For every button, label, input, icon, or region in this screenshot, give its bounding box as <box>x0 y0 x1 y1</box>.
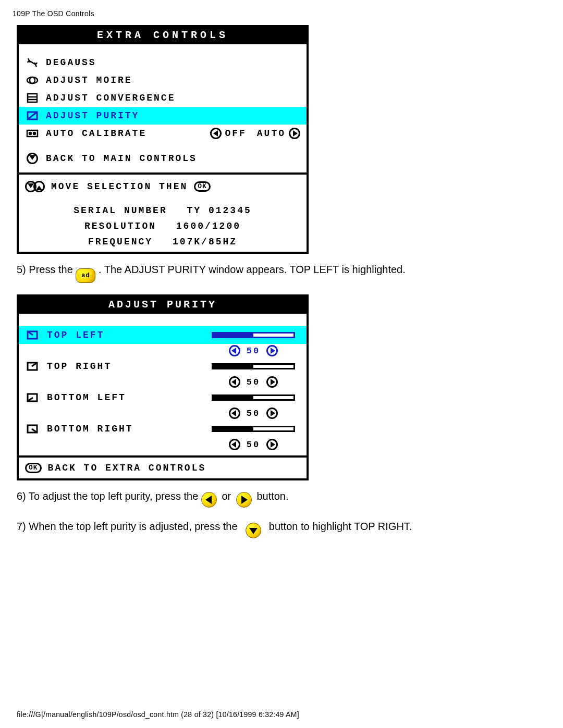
menu-item-back[interactable]: Back to Main Controls <box>19 150 307 167</box>
menu-item-label: Back to Main Controls <box>46 153 197 164</box>
adjust-purity-osd: Adjust Purity Top Left 50 <box>17 294 309 480</box>
top-left-icon <box>26 329 39 341</box>
svg-rect-2 <box>28 94 37 102</box>
purity-item-bottom-right[interactable]: Bottom Right <box>19 420 307 438</box>
purity-bottom-left-value: 50 <box>206 407 300 419</box>
autocalibrate-off-label: Off <box>225 128 246 139</box>
moire-icon <box>26 74 39 87</box>
left-arrow-icon[interactable] <box>229 439 240 450</box>
purity-top-right-value: 50 <box>206 376 300 388</box>
extra-controls-title: Extra Controls <box>19 27 307 44</box>
menu-item-label: Degauss <box>46 57 96 68</box>
page-header: 109P The OSD Controls <box>13 9 550 18</box>
svg-point-5 <box>29 132 31 134</box>
up-arrow-icon <box>33 181 45 192</box>
hint-label: Move Selection then <box>51 181 188 192</box>
back-label: Back to Extra Controls <box>48 463 206 473</box>
down-button-icon <box>246 523 261 538</box>
right-arrow-icon <box>289 128 300 139</box>
right-arrow-icon[interactable] <box>266 376 278 388</box>
purity-item-label: Top Left <box>47 330 199 340</box>
menu-item-moire[interactable]: Adjust Moire <box>19 71 307 89</box>
ok-button-icon: ad <box>76 268 95 283</box>
adjust-purity-title: Adjust Purity <box>19 297 307 314</box>
move-selection-hint: Move Selection then OK <box>19 178 307 195</box>
left-arrow-icon[interactable] <box>229 345 240 356</box>
right-arrow-icon[interactable] <box>266 345 278 356</box>
svg-point-6 <box>33 132 35 134</box>
degauss-icon <box>26 56 39 69</box>
menu-item-purity[interactable]: Adjust Purity <box>19 107 307 125</box>
purity-item-label: Top Right <box>47 361 199 372</box>
menu-item-label: Adjust Convergence <box>46 93 175 103</box>
right-arrow-icon[interactable] <box>266 439 278 450</box>
bottom-left-icon <box>26 391 39 404</box>
info-resolution: Resolution 1600/1200 <box>19 218 307 234</box>
right-button-icon <box>236 492 252 508</box>
right-arrow-icon[interactable] <box>266 408 278 419</box>
menu-item-label: Adjust Purity <box>46 110 139 121</box>
menu-item-convergence[interactable]: Adjust Convergence <box>19 89 307 107</box>
menu-item-label: Auto Calibrate <box>46 128 146 139</box>
purity-item-bottom-left[interactable]: Bottom Left <box>19 389 307 406</box>
info-serial: Serial Number TY 012345 <box>19 203 307 218</box>
menu-item-autocalibrate[interactable]: Auto Calibrate Off Auto <box>19 125 307 142</box>
left-arrow-icon <box>210 128 222 139</box>
left-arrow-icon[interactable] <box>229 376 240 388</box>
purity-item-top-left[interactable]: Top Left <box>19 326 307 344</box>
purity-top-right-bar <box>212 363 295 369</box>
info-frequency: Frequency 107K/85Hz <box>19 234 307 250</box>
purity-item-label: Bottom Left <box>47 392 199 403</box>
purity-item-top-right[interactable]: Top Right <box>19 357 307 375</box>
purity-bottom-left-bar <box>212 394 295 401</box>
back-to-extra-controls[interactable]: OK Back to Extra Controls <box>19 458 307 478</box>
svg-point-0 <box>27 77 38 83</box>
purity-icon <box>26 109 39 122</box>
step-7-text: 7) When the top left purity is adjusted,… <box>17 519 550 538</box>
left-arrow-icon[interactable] <box>229 408 240 419</box>
autocalibrate-auto-label: Auto <box>257 128 286 139</box>
ok-icon: OK <box>25 463 42 473</box>
autocalibrate-icon <box>26 127 39 140</box>
purity-top-left-bar <box>212 332 295 338</box>
purity-bottom-right-bar <box>212 426 295 432</box>
svg-point-1 <box>30 77 35 83</box>
menu-item-label: Adjust Moire <box>46 75 132 85</box>
step-6-text: 6) To adjust the top left purity, press … <box>17 489 550 508</box>
down-arrow-icon <box>27 153 38 164</box>
step-5-text: 5) Press the ad . The ADJUST PURITY wind… <box>17 262 550 283</box>
bottom-right-icon <box>26 423 39 435</box>
ok-icon: OK <box>194 181 211 192</box>
left-button-icon <box>201 492 217 508</box>
purity-item-label: Bottom Right <box>47 424 199 434</box>
top-right-icon <box>26 360 39 373</box>
extra-controls-osd: Extra Controls Degauss Adjust Moire Adju… <box>17 25 309 254</box>
purity-top-left-value: 50 <box>206 344 300 357</box>
convergence-icon <box>26 92 39 104</box>
purity-bottom-right-value: 50 <box>206 438 300 451</box>
menu-item-degauss[interactable]: Degauss <box>19 54 307 71</box>
